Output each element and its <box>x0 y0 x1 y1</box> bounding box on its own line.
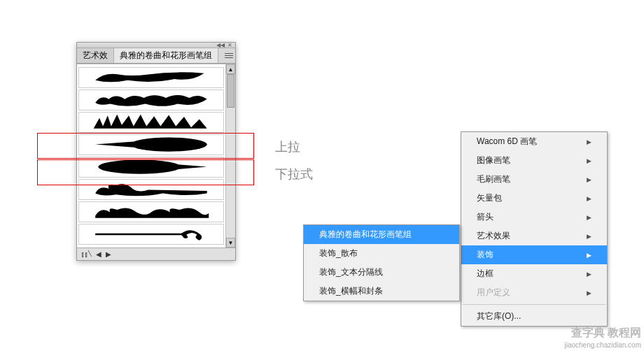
chevron-right-icon: ▶ <box>587 252 592 259</box>
chevron-right-icon: ▶ <box>587 157 592 164</box>
brush-swirl-leaf[interactable] <box>78 67 224 88</box>
menu-image-brush[interactable]: 图像画笔▶ <box>461 151 607 170</box>
menu-vector-pack[interactable]: 矢量包▶ <box>461 189 607 208</box>
close-icon[interactable]: ✕ <box>227 43 232 48</box>
chevron-right-icon: ▶ <box>587 233 592 240</box>
chevron-right-icon: ▶ <box>587 195 592 202</box>
menu-artistic[interactable]: 艺术效果▶ <box>461 227 607 245</box>
chevron-right-icon: ▶ <box>587 271 592 278</box>
brush-library-menu: Wacom 6D 画笔▶ 图像画笔▶ 毛刷画笔▶ 矢量包▶ 箭头▶ 艺术效果▶ … <box>461 131 608 327</box>
brush-cloud-scroll[interactable] <box>78 179 224 200</box>
menu-arrows[interactable]: 箭头▶ <box>461 208 607 227</box>
scroll-up-icon[interactable]: ▲ <box>226 64 235 74</box>
svg-rect-2 <box>225 57 233 58</box>
panel-titlebar[interactable]: ◀◀ ✕ <box>77 43 235 48</box>
library-icon[interactable]: ⫿⫿⧹ <box>81 250 92 258</box>
brush-list-body: ▲ ▼ <box>77 64 235 248</box>
minimize-icon[interactable]: ◀◀ <box>216 43 225 48</box>
submenu-scatter[interactable]: 装饰_散布 <box>304 244 459 263</box>
watermark-title: 查字典 教程网 <box>564 326 641 341</box>
next-icon[interactable]: ▶ <box>106 250 111 258</box>
svg-rect-1 <box>225 55 233 56</box>
brush-line-curl-end[interactable] <box>78 224 224 245</box>
menu-separator <box>463 304 606 305</box>
menu-user-defined: 用户定义▶ <box>461 283 607 302</box>
panel-footer: ⫿⫿⧹ ◀ ▶ <box>77 248 235 260</box>
brush-wave-curls[interactable] <box>78 201 224 222</box>
svg-rect-0 <box>225 53 233 54</box>
submenu-banners-seals[interactable]: 装饰_横幅和封条 <box>304 282 459 301</box>
tab-art-effect[interactable]: 艺术效 <box>77 48 114 63</box>
brush-floral-wave[interactable] <box>78 89 224 110</box>
panel-menu-button[interactable] <box>223 48 235 63</box>
submenu-elegant-curls[interactable]: 典雅的卷曲和花形画笔组 <box>304 225 459 244</box>
label-down: 下拉式 <box>275 166 313 182</box>
watermark: 查字典 教程网 jiaocheng.chazidian.com <box>564 326 641 350</box>
scroll-down-icon[interactable]: ▼ <box>226 238 235 248</box>
brush-teardrop-right[interactable] <box>78 134 224 155</box>
tab-elegant-curls[interactable]: 典雅的卷曲和花形画笔组 <box>114 48 218 63</box>
label-up: 上拉 <box>275 138 300 155</box>
svg-point-3 <box>131 138 207 152</box>
menu-other-library[interactable]: 其它库(O)... <box>461 307 607 326</box>
chevron-right-icon: ▶ <box>587 289 592 296</box>
chevron-right-icon: ▶ <box>587 138 592 145</box>
brush-panel: ◀◀ ✕ 艺术效 典雅的卷曲和花形画笔组 ▲ ▼ ⫿⫿⧹ ◀ ▶ <box>76 42 236 261</box>
svg-rect-5 <box>95 234 183 236</box>
brush-flame-grass[interactable] <box>78 112 224 133</box>
submenu-text-dividers[interactable]: 装饰_文本分隔线 <box>304 263 459 282</box>
svg-point-4 <box>98 160 181 174</box>
menu-decorative[interactable]: 装饰▶ <box>461 245 607 264</box>
menu-bristle-brush[interactable]: 毛刷画笔▶ <box>461 170 607 189</box>
menu-wacom-6d[interactable]: Wacom 6D 画笔▶ <box>461 132 607 151</box>
tab-bar: 艺术效 典雅的卷曲和花形画笔组 <box>77 48 235 64</box>
menu-borders[interactable]: 边框▶ <box>461 264 607 283</box>
vertical-scrollbar[interactable]: ▲ ▼ <box>225 64 235 248</box>
brush-column <box>77 64 225 248</box>
decorative-submenu: 典雅的卷曲和花形画笔组 装饰_散布 装饰_文本分隔线 装饰_横幅和封条 <box>303 224 460 301</box>
scroll-thumb[interactable] <box>227 74 234 108</box>
chevron-right-icon: ▶ <box>587 214 592 221</box>
brush-teardrop-left[interactable] <box>78 157 224 178</box>
chevron-right-icon: ▶ <box>587 176 592 183</box>
prev-icon[interactable]: ◀ <box>96 250 102 258</box>
watermark-url: jiaocheng.chazidian.com <box>564 341 641 350</box>
